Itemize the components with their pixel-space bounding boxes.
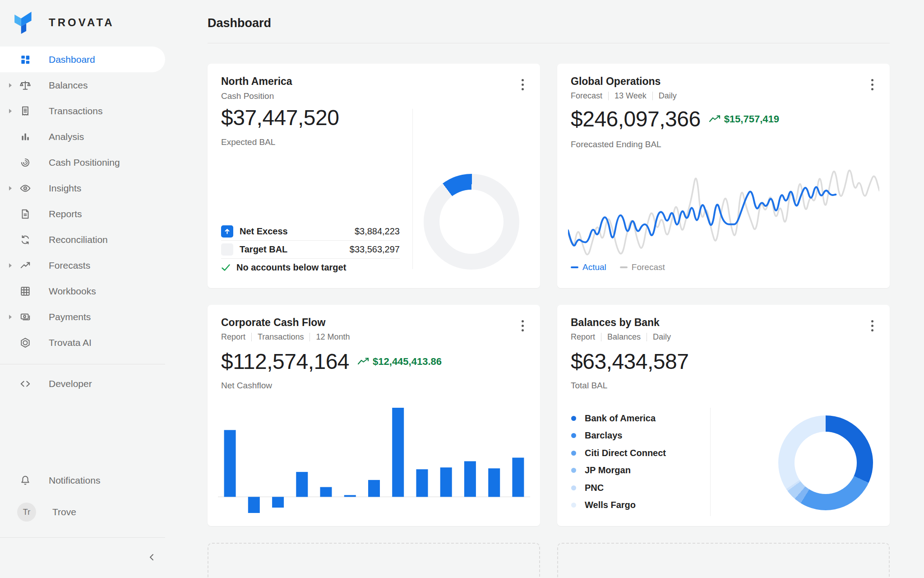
sidebar-item-label: Payments: [49, 312, 91, 322]
card-balances-by-bank: Balances by Bank Report Balances Daily $…: [557, 305, 890, 526]
cash-position-donut-chart: [424, 174, 519, 270]
insights-icon: [19, 182, 31, 194]
sidebar-item-balances[interactable]: Balances: [0, 72, 165, 98]
sidebar-item-trovata-ai[interactable]: Trovata AI: [0, 330, 165, 355]
bank-list-item: Citi Direct Connect: [571, 444, 666, 462]
bank-dot: [571, 433, 576, 438]
amount-label: Net Cashflow: [221, 381, 272, 391]
reconciliation-icon: [19, 234, 31, 246]
sidebar-item-developer[interactable]: Developer: [0, 371, 165, 396]
cash-position-stats: Net Excess $3,884,223 Target BAL $33,563…: [221, 222, 400, 276]
sidebar-item-label: Reconciliation: [49, 234, 108, 245]
check-icon: [221, 264, 231, 271]
legend-actual: Actual: [571, 262, 606, 272]
sidebar-item-analysis[interactable]: Analysis: [0, 124, 165, 149]
card-menu-button[interactable]: [865, 317, 879, 334]
trovata-ai-icon: [19, 337, 31, 349]
card-tags: Report Transactions 12 Month: [221, 332, 350, 342]
sidebar-item-forecasts[interactable]: Forecasts: [0, 252, 165, 278]
workbooks-icon: [19, 285, 31, 297]
developer-icon: [19, 378, 31, 390]
sidebar-item-label: Insights: [49, 183, 81, 194]
avatar: Tr: [19, 503, 38, 522]
sidebar-item-label: Trovata AI: [49, 337, 92, 348]
sidebar-item-dashboard[interactable]: Dashboard: [0, 47, 165, 72]
card-north-america: North America Cash Position $37,447,520 …: [208, 64, 540, 288]
sidebar-item-insights[interactable]: Insights: [0, 175, 165, 201]
payments-icon: [19, 311, 31, 323]
chevron-right-icon[interactable]: [9, 108, 12, 113]
stat-row-target-bal: Target BAL $33,563,297: [221, 240, 400, 258]
bank-list: Bank of America Barclays Citi Direct Con…: [571, 410, 666, 514]
trend-up-icon: [357, 357, 370, 366]
forecast-delta: $15,757,419: [709, 113, 779, 125]
bank-dot: [571, 503, 576, 508]
card-global-operations: Global Operations Forecast 13 Week Daily…: [557, 64, 890, 288]
sidebar-divider: [0, 364, 165, 364]
sidebar-nav: Dashboard Balances Transactions Analysis: [0, 47, 165, 355]
cash-positioning-icon: [19, 157, 31, 168]
sidebar-item-cash-positioning[interactable]: Cash Positioning: [0, 149, 165, 175]
expected-balance-amount: $37,447,520: [221, 105, 339, 130]
sidebar-divider: [0, 537, 165, 538]
sidebar-item-notifications[interactable]: Notifications: [0, 467, 165, 493]
card-menu-button[interactable]: [516, 317, 529, 334]
header-divider: [208, 43, 890, 43]
sidebar-collapse-button[interactable]: [143, 549, 160, 565]
sidebar-item-workbooks[interactable]: Workbooks: [0, 278, 165, 304]
balances-by-bank-donut-chart: [778, 415, 873, 510]
sidebar: TROVATA Dashboard Balances Transactions: [0, 0, 165, 578]
sidebar-item-reports[interactable]: Reports: [0, 201, 165, 227]
sidebar-item-reconciliation[interactable]: Reconciliation: [0, 227, 165, 252]
forecast-line-chart: [568, 158, 879, 262]
transactions-icon: [19, 105, 31, 117]
chevron-left-icon: [148, 553, 155, 562]
sidebar-item-label: Trove: [52, 507, 76, 517]
chart-legend: Actual Forecast: [571, 262, 665, 272]
reports-icon: [19, 208, 31, 220]
balances-icon: [19, 79, 31, 91]
target-bal-swatch: [221, 243, 233, 256]
brand-logo-row[interactable]: TROVATA: [14, 11, 115, 34]
chevron-right-icon[interactable]: [9, 314, 12, 319]
sidebar-footer-notifications: Notifications: [0, 467, 165, 493]
bell-icon: [19, 475, 31, 486]
card-title: Corporate Cash Flow: [221, 317, 350, 329]
brand-name: TROVATA: [49, 16, 115, 29]
legend-forecast: Forecast: [620, 262, 665, 272]
sidebar-secondary: Developer: [0, 371, 165, 396]
card-menu-button[interactable]: [516, 76, 529, 93]
card-subtitle: Cash Position: [221, 91, 292, 101]
net-cashflow-amount: $112,574,164: [221, 349, 349, 374]
bank-list-item: Barclays: [571, 427, 666, 445]
card-menu-button[interactable]: [865, 76, 879, 93]
chevron-right-icon[interactable]: [9, 83, 12, 88]
sidebar-item-transactions[interactable]: Transactions: [0, 98, 165, 124]
bank-dot: [571, 485, 576, 490]
bank-list-item: Wells Fargo: [571, 497, 666, 514]
sidebar-item-trove[interactable]: Tr Trove: [0, 498, 165, 526]
empty-widget-placeholder[interactable]: [557, 543, 890, 578]
chevron-right-icon[interactable]: [9, 263, 12, 268]
amount-label: Forecasted Ending BAL: [571, 140, 661, 149]
sidebar-item-label: Transactions: [49, 106, 102, 117]
sidebar-item-label: Notifications: [49, 475, 100, 486]
main-content: Dashboard North America Cash Position $3…: [165, 0, 924, 578]
bank-dot: [571, 451, 576, 456]
sidebar-item-label: Dashboard: [49, 54, 95, 65]
empty-widget-placeholder[interactable]: [208, 543, 540, 578]
amount-label: Total BAL: [571, 381, 607, 391]
chevron-right-icon[interactable]: [9, 186, 12, 191]
sidebar-item-label: Workbooks: [49, 286, 96, 297]
card-title: Balances by Bank: [571, 317, 671, 329]
status-no-accounts-below-target: No accounts below target: [221, 258, 400, 276]
card-inner-divider: [710, 408, 711, 516]
card-tags: Forecast 13 Week Daily: [571, 91, 677, 101]
sidebar-item-payments[interactable]: Payments: [0, 304, 165, 330]
bank-dot: [571, 416, 576, 421]
sidebar-item-label: Developer: [49, 378, 92, 389]
amount-label: Expected BAL: [221, 137, 275, 147]
cashflow-delta: $12,445,413.86: [357, 356, 442, 368]
forecasted-ending-bal-amount: $246,097,366: [571, 107, 701, 131]
trend-up-icon: [709, 115, 721, 124]
